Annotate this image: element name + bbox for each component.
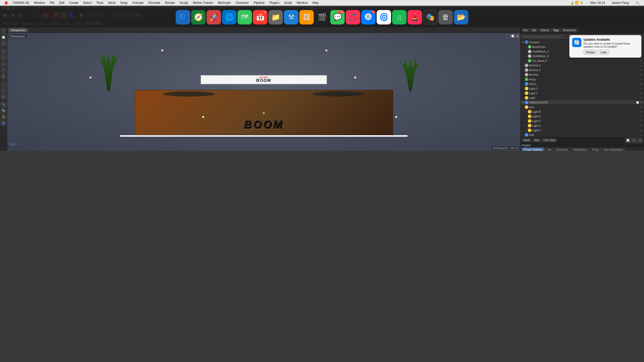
dock-c4d2[interactable]: 🎭 (423, 10, 437, 24)
obj-check-light3[interactable]: ✓ (639, 124, 643, 127)
dock-xcode[interactable]: ⚒ (284, 10, 298, 24)
tool-btn-5[interactable]: ⬡ (1, 55, 6, 61)
dock-trash[interactable]: 🗑 (438, 10, 453, 24)
obj-check-array[interactable]: ✓ (639, 77, 643, 81)
tool-btn-7[interactable]: ✂ (1, 67, 6, 73)
props-edit-tab[interactable]: Edit (533, 138, 541, 142)
obj-check-light2[interactable]: ✓ (639, 87, 643, 90)
obj-check-motext2[interactable]: ✓ (639, 64, 643, 67)
handle-ml[interactable] (89, 76, 91, 79)
handle-mr[interactable] (354, 76, 356, 79)
tab-project-settings[interactable]: Project Settings (522, 148, 544, 151)
obj-row-light[interactable]: 💡 Light ✓ (521, 96, 644, 100)
props-icon2[interactable]: ⊕ (631, 137, 637, 143)
props-mode-tab[interactable]: Mode (522, 138, 532, 142)
obj-check-light5[interactable]: ✓ (639, 115, 643, 118)
menu-select[interactable]: Select (81, 1, 94, 5)
menu-edit[interactable]: Edit (57, 1, 67, 5)
obj-check-null1[interactable]: ✓ (639, 82, 643, 86)
obj-check-innerlights[interactable]: ✓ (639, 101, 643, 104)
obj-tags-menu[interactable]: Tags (551, 28, 561, 32)
dock-finder[interactable]: 🔵 (176, 10, 190, 24)
obj-check-light1[interactable]: ✓ (639, 91, 643, 95)
menu-create[interactable]: Create (67, 1, 80, 5)
menu-mograph[interactable]: MoGraph (216, 1, 233, 5)
tab-dynamics[interactable]: Dynamics (554, 148, 570, 151)
tool-btn-8[interactable]: ⊞ (1, 73, 6, 79)
handle-tr[interactable] (325, 49, 327, 51)
viewport[interactable]: BOOM BACARDI BOOM (7, 33, 520, 151)
obj-objects-menu[interactable]: Objects (538, 28, 551, 32)
props-userdata-tab[interactable]: User Data (542, 138, 557, 142)
obj-check-null[interactable]: ✓ (639, 133, 643, 137)
obj-row-light1[interactable]: 💡 Light.1 ✓ (521, 91, 644, 96)
handle-tl[interactable] (161, 49, 163, 51)
menu-search-icon[interactable]: 🔍 (633, 1, 641, 5)
menu-window[interactable]: Window (32, 1, 47, 5)
dock-files[interactable]: 📁 (268, 10, 283, 24)
menu-motiontracker[interactable]: Motion Tracker (191, 1, 215, 5)
tool-btn-12[interactable]: 🔧 (1, 102, 6, 107)
viewport-tab-perspective[interactable]: Perspective (8, 28, 28, 32)
menu-file[interactable]: File (47, 1, 56, 5)
obj-check-sun[interactable]: ✓ (639, 105, 643, 109)
menu-script[interactable]: Script (282, 1, 294, 5)
obj-row-innerlights[interactable]: ▶ ○ INNERLIGHTS ✓ (521, 100, 644, 105)
dock-launchpad[interactable]: 🚀 (207, 10, 221, 24)
tab-info[interactable]: Info (545, 148, 554, 151)
transform-handle[interactable]: ✛ (261, 110, 266, 116)
obj-check-light2b[interactable]: ✓ (639, 128, 643, 132)
dock-appstore[interactable]: 🅐 3 (361, 10, 376, 24)
menu-render[interactable]: Render (163, 1, 177, 5)
obj-bookmarks-menu[interactable]: Bookmarks (561, 28, 578, 32)
notif-restart-btn[interactable]: Restart (583, 50, 597, 55)
tool-btn-10[interactable]: ↔ (1, 88, 6, 93)
obj-check-light[interactable]: ✓ (639, 96, 643, 100)
menu-cinema4d[interactable]: CINEMA 4D (11, 1, 31, 5)
menu-animate[interactable]: Animate (130, 1, 146, 5)
obj-row-null1[interactable]: ○ Null.1 ✓ (521, 82, 644, 86)
obj-row-dj[interactable]: ▣ DJ_decks.2 ✓ (521, 58, 644, 63)
props-icon3[interactable]: ⊖ (637, 137, 643, 143)
tool-btn-6[interactable]: △ (1, 61, 6, 67)
tab-referencing[interactable]: Referencing (571, 148, 589, 151)
obj-check-motext1[interactable]: ✓ (639, 68, 643, 72)
dock-finder2[interactable]: 📂 (454, 10, 468, 24)
tab-todo[interactable]: To Do (590, 148, 601, 151)
menu-character[interactable]: Character (233, 1, 251, 5)
tool-btn-2[interactable]: ⬜ (1, 35, 6, 40)
handle-bl[interactable] (202, 116, 204, 118)
dock-calendar[interactable]: 📅 18 (253, 10, 267, 24)
tool-btn-3[interactable]: ◎ (1, 41, 6, 46)
obj-row-motext1[interactable]: T MoText.1 ✓ (521, 68, 644, 72)
dock-makeup[interactable]: 💄 (408, 10, 422, 24)
menu-pipeline[interactable]: Pipeline (252, 1, 267, 5)
obj-check-light4[interactable]: ✓ (639, 119, 643, 123)
obj-check-motext[interactable]: ✓ (639, 73, 643, 76)
obj-row-light8[interactable]: 💡 Light.8 ✓ (521, 109, 644, 114)
dock-browser[interactable]: 🌐 (222, 10, 236, 24)
obj-row-light2b[interactable]: 💡 Light.2 ✓ (521, 128, 644, 133)
obj-file-menu[interactable]: File (522, 28, 529, 32)
dock-c4d[interactable]: 🎬 (315, 10, 329, 24)
menu-plugins[interactable]: Plugins (267, 1, 281, 5)
obj-row-null[interactable]: ○ Null ✓ (521, 133, 644, 137)
obj-row-motext[interactable]: T MoText ✓ (521, 72, 644, 77)
menu-snap[interactable]: Snap (118, 1, 130, 5)
dock-messages[interactable]: 💬 2,483 (330, 10, 345, 24)
obj-row-sun[interactable]: ☀ Sun ✓ (521, 105, 644, 109)
tool-btn-1[interactable]: ⬛ (1, 28, 6, 34)
obj-check-dj[interactable]: ✓ (639, 59, 643, 63)
tool-btn-15[interactable]: 🌀 (1, 120, 6, 126)
tool-btn-9[interactable]: ↕ (1, 81, 6, 87)
handle-br[interactable] (395, 116, 397, 118)
obj-edit-menu[interactable]: Edit (530, 28, 538, 32)
tool-btn-11[interactable]: ⟲ (1, 94, 6, 99)
dock-photos[interactable]: 🖼 (299, 10, 314, 24)
tab-key-interpolation[interactable]: Key Interpolation (602, 148, 626, 151)
obj-row-light2[interactable]: 💡 Light.2 ✓ (521, 86, 644, 91)
menu-sculpt[interactable]: Sculpt (177, 1, 190, 5)
tool-btn-4[interactable]: ✏ (1, 49, 6, 54)
obj-row-light4[interactable]: 💡 Light.4 ✓ (521, 119, 644, 123)
notif-later-btn[interactable]: Later (598, 50, 609, 55)
